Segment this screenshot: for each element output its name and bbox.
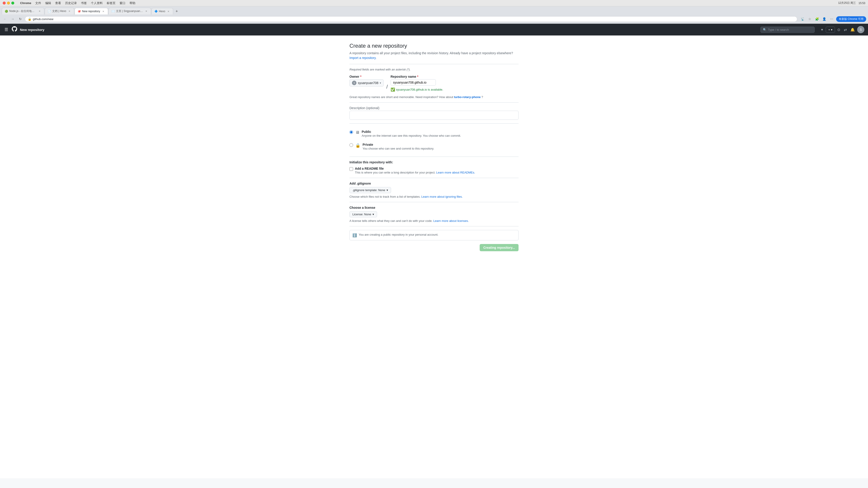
os-menu-window[interactable]: 窗口: [120, 1, 125, 5]
info-icon: ℹ️: [352, 233, 357, 237]
browser-tab-5[interactable]: 🔷 Hexo ✕: [151, 8, 173, 14]
create-repository-button[interactable]: Creating repository...: [480, 244, 519, 251]
os-menu-history[interactable]: 历史记录: [65, 1, 77, 5]
more-actions-icon[interactable]: ⋯: [829, 16, 835, 22]
tab-favicon-5: 🔷: [154, 10, 158, 13]
description-label: Description (optional): [349, 106, 519, 110]
github-logo-icon[interactable]: [12, 26, 17, 33]
user-avatar[interactable]: S: [857, 26, 864, 33]
readme-label: Add a README file: [355, 167, 475, 170]
chrome-update-button[interactable]: 有新版 Chrome 可用: [836, 16, 866, 22]
minimize-window-btn[interactable]: [7, 2, 10, 4]
tab-close-4[interactable]: ✕: [145, 9, 148, 13]
hamburger-menu-icon[interactable]: ☰: [4, 26, 9, 33]
search-icon: 🔍: [763, 28, 767, 31]
nav-actions: 📡 ☆ 🧩 👤 ⋯: [800, 16, 835, 22]
forward-button[interactable]: →: [9, 16, 16, 22]
private-info: Private You choose who can see and commi…: [363, 143, 519, 150]
os-menu-help[interactable]: 帮助: [129, 1, 135, 5]
section-divider-5: [349, 178, 519, 178]
public-desc: Anyone on the internet can see this repo…: [362, 134, 519, 137]
private-option: 🔒 Private You choose who can see and com…: [349, 140, 519, 153]
section-divider-1: [349, 64, 519, 64]
tab-bar: 🟢 Node.js - 在任何地方运行 Ja... ✕ 📄 文档 | Hexo …: [0, 6, 868, 14]
readme-row: Add a README file This is where you can …: [349, 167, 519, 174]
new-item-button[interactable]: + ▾: [826, 27, 835, 33]
repo-name-input[interactable]: [391, 79, 436, 86]
private-label: Private: [363, 143, 519, 147]
inspiration-name-link[interactable]: turbo-rotary-phone: [454, 95, 480, 99]
public-radio[interactable]: [349, 130, 353, 134]
browser-tab-3[interactable]: 🐙 New repository ✕: [74, 8, 108, 14]
owner-name-text: syuanyuan708: [358, 81, 378, 85]
browser-nav-bar: ← → ↻ 🔒 github.com/new 📡 ☆ 🧩 👤 ⋯ 有新版 Chr…: [0, 14, 868, 24]
browser-tab-2[interactable]: 📄 文档 | Hexo ✕: [45, 8, 74, 14]
os-menu-file[interactable]: 文件: [35, 1, 41, 5]
tab-close-2[interactable]: ✕: [68, 9, 71, 13]
os-menu-tabs[interactable]: 标签页: [107, 1, 116, 5]
copilot-icon[interactable]: ✦: [819, 27, 825, 33]
tab-close-3[interactable]: ✕: [101, 9, 105, 13]
tab-title-3: New repository: [82, 10, 100, 13]
address-bar[interactable]: 🔒 github.com/new: [25, 16, 797, 22]
readme-checkbox[interactable]: [349, 167, 353, 171]
tab-close-5[interactable]: ✕: [166, 9, 170, 13]
tab-favicon-2: 📄: [48, 10, 51, 13]
gitignore-link[interactable]: Learn more about ignoring files.: [421, 195, 463, 198]
profile-icon[interactable]: 👤: [821, 16, 828, 22]
visibility-section: 🖥 Public Anyone on the internet can see …: [349, 127, 519, 153]
os-date-time: 12月25日 周三: [838, 1, 856, 5]
fullscreen-window-btn[interactable]: [11, 2, 14, 4]
os-app-name: Chrome: [20, 1, 31, 5]
description-input[interactable]: [349, 111, 519, 120]
license-link[interactable]: Learn more about licenses.: [433, 219, 469, 223]
public-label: Public: [362, 130, 519, 133]
browser-tab-4[interactable]: ✉️ 主页 | Sngyuanyuan@gmail.c... ✕: [108, 8, 151, 14]
os-menu-edit[interactable]: 编辑: [45, 1, 51, 5]
gitignore-chevron-icon: ▾: [386, 188, 388, 192]
os-time: 15:53: [859, 2, 865, 5]
readme-link[interactable]: Learn more about READMEs.: [436, 171, 475, 174]
back-button[interactable]: ←: [2, 16, 8, 22]
public-option: 🖥 Public Anyone on the internet can see …: [349, 127, 519, 140]
search-placeholder-text: Type / to search: [768, 28, 789, 31]
inspiration-text: Great repository names are short and mem…: [349, 95, 519, 99]
gitignore-dropdown[interactable]: .gitignore template: None ▾: [349, 187, 391, 193]
tab-close-1[interactable]: ✕: [38, 9, 41, 13]
github-search[interactable]: 🔍 Type / to search: [761, 27, 815, 33]
cast-icon[interactable]: 📡: [800, 16, 806, 22]
license-desc: A license tells others what they can and…: [349, 219, 519, 223]
license-btn-text: License: None: [352, 213, 371, 216]
new-tab-button[interactable]: +: [174, 8, 180, 14]
gitignore-title: Add .gitignore: [349, 182, 519, 185]
close-window-btn[interactable]: [3, 2, 6, 4]
owner-select-dropdown[interactable]: S syuanyuan708 ▾: [349, 79, 383, 87]
readme-info: Add a README file This is where you can …: [355, 167, 475, 174]
os-menu-bookmarks[interactable]: 书签: [81, 1, 87, 5]
description-group: Description (optional): [349, 106, 519, 120]
submit-row: Creating repository...: [349, 244, 519, 251]
pull-requests-icon[interactable]: ⇄: [842, 27, 848, 33]
dropdown-chevron-icon: ▾: [831, 28, 833, 31]
repo-name-required: *: [417, 75, 418, 78]
import-repo-link[interactable]: Import a repository.: [349, 56, 377, 60]
tab-title-5: Hexo: [159, 10, 165, 13]
bookmark-icon[interactable]: ☆: [807, 16, 813, 22]
plus-icon: +: [828, 28, 830, 31]
private-desc: You choose who can see and commit to thi…: [363, 147, 519, 150]
extensions-icon[interactable]: 🧩: [814, 16, 820, 22]
issues-icon[interactable]: ⊙: [836, 27, 842, 33]
main-content: Create a new repository A repository con…: [346, 35, 522, 269]
refresh-button[interactable]: ↻: [17, 16, 24, 22]
gitignore-section: Add .gitignore .gitignore template: None…: [349, 182, 519, 198]
gitignore-desc: Choose which files not to track from a l…: [349, 195, 519, 198]
license-dropdown[interactable]: License: None ▾: [349, 211, 377, 217]
os-menu-profile[interactable]: 个人资料: [91, 1, 103, 5]
browser-tab-1[interactable]: 🟢 Node.js - 在任何地方运行 Ja... ✕: [2, 8, 44, 14]
url-text[interactable]: github.com/new: [33, 18, 794, 21]
private-radio[interactable]: [349, 143, 353, 147]
section-divider-3: [349, 123, 519, 124]
tab-favicon-1: 🟢: [5, 10, 8, 13]
os-menu-view[interactable]: 查看: [55, 1, 61, 5]
notifications-icon[interactable]: 🔔: [849, 27, 856, 33]
